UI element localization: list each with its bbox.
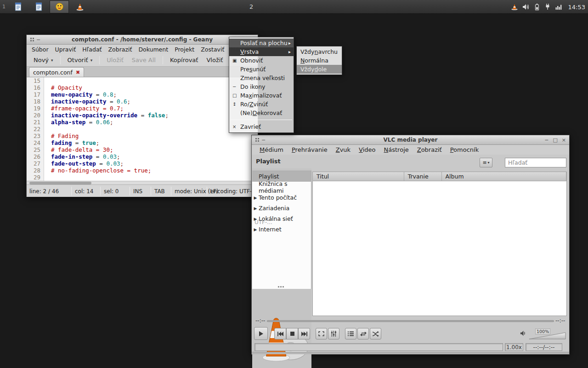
playlist-button[interactable] [345,328,356,339]
chevron-down-icon[interactable]: ▾ [90,58,93,63]
time-display-field[interactable]: --:--/--:-- [526,343,562,351]
toolbar-button-0[interactable]: Nový▾ [30,55,57,65]
equalizer-button[interactable] [328,328,339,339]
shade-button[interactable]: − [261,137,266,143]
layer-submenu-item-2[interactable]: Vždy dole [297,65,342,74]
taskbar-game-icon[interactable] [50,0,69,13]
tab-close-icon[interactable]: ✖ [76,69,80,75]
close-button[interactable]: × [562,137,566,143]
toolbar-button-8[interactable]: Vložiť [203,55,226,65]
view-mode-button[interactable]: ≡▾ [480,158,492,167]
window-menu-item-0[interactable]: Poslať na plochu▸ [229,39,294,47]
vlc-menu-6[interactable]: Pomocník [446,145,483,154]
vlc-menu-0[interactable]: Médium [255,145,288,154]
toolbar-button-7[interactable]: Kopírovať [167,55,201,65]
window-menu-item-7[interactable]: ↕Ro/Zvinúť [229,100,294,109]
sidebar-item-1[interactable]: Knižnica s médiami [252,182,311,192]
vlc-menu-4[interactable]: Nástroje [380,145,413,154]
status-message-field [254,343,503,351]
shade-button[interactable]: − [36,37,40,43]
geany-menu-0[interactable]: Súbor [28,45,52,54]
workspace-indicator-center[interactable]: 2 [249,3,253,10]
window-menu-item-4[interactable]: Zmena veľkosti [229,74,294,82]
submenu-arrow-icon: ▸ [288,49,291,54]
taskbar-document-icon[interactable] [29,0,48,13]
minimize-button[interactable]: − [544,137,548,143]
vlc-menu-5[interactable]: Zobraziť [413,145,446,154]
taskbar-document-icon[interactable] [8,0,28,13]
code-line: 26fade-in-step = 0.03; [27,153,258,160]
layer-submenu-item-1[interactable]: Normálna [297,56,342,65]
mute-button[interactable] [520,330,527,337]
maximize-button[interactable]: □ [553,137,557,143]
code-text [44,174,51,181]
geany-menu-1[interactable]: Upraviť [52,45,79,54]
sidebar-item-label: Knižnica s médiami [259,180,311,194]
statusbar-separator [130,187,130,196]
vlc-menu-2[interactable]: Zvuk [332,145,355,154]
document-icon [35,2,43,11]
vlc-tray-cone-icon[interactable] [511,3,518,11]
loop-button[interactable] [357,328,369,339]
expander-icon[interactable]: ▶ [252,217,259,221]
toolbar-separator [163,56,163,64]
vlc-menu-1[interactable]: Prehrávanie [288,145,332,154]
workspace-indicator-left[interactable]: 1 [2,4,6,10]
chevron-down-icon[interactable]: ▾ [51,58,53,63]
geany-menu-6[interactable]: Zostaviť [198,45,227,54]
expander-icon[interactable]: ▶ [252,227,259,232]
toolbar-button-2[interactable]: Otvoriť▾ [64,55,96,65]
code-line: 25# fade-delta = 30; [27,146,258,153]
vlc-menu-3[interactable]: Video [355,145,379,154]
tab-compton-conf[interactable]: compton.conf ✖ [29,67,84,77]
stop-button[interactable] [286,328,298,339]
sidebar-item-5[interactable]: ▶Internet [252,224,311,235]
vlc-titlebar[interactable]: − VLC media player −□× [252,135,569,145]
window-menu-item-2[interactable]: ▣Obnoviť [229,56,294,65]
editor-hscrollbar[interactable] [27,181,258,184]
sidebar-item-2[interactable]: ▶Tento počítač [252,192,311,203]
geany-titlebar[interactable]: − compton.conf - /home/sterver/.config -… [27,35,258,45]
geany-menu-5[interactable]: Projekt [171,45,198,54]
window-menu-item-5[interactable]: −Do ikony [229,82,294,91]
battery-tray-icon[interactable] [534,3,540,11]
play-button[interactable] [254,327,268,340]
column-header-0[interactable]: Titul [313,172,404,181]
layer-submenu-item-0[interactable]: Vždy navrchu [297,47,342,56]
menu-item-label: Obnoviť [240,57,291,64]
vlc-window: − VLC media player −□× MédiumPrehrávanie… [251,135,570,355]
system-monitor-tray-icon[interactable] [555,3,562,11]
window-menu-icon[interactable] [30,38,32,39]
geany-menu-3[interactable]: Zobraziť [105,45,136,54]
shuffle-button[interactable] [370,328,381,339]
next-button[interactable] [298,328,310,339]
window-menu-icon[interactable] [255,138,257,139]
power-plug-tray-icon[interactable] [544,3,551,11]
seek-slider[interactable] [267,320,554,322]
code-line: 19#frame-opacity = 0.7; [27,105,258,112]
window-menu-item-1[interactable]: Vrstva▸ [229,47,294,56]
toolbar-button-label: Kopírovať [170,57,198,63]
column-header-2[interactable]: Album [442,172,567,181]
geany-menu-4[interactable]: Dokument [135,45,171,54]
search-input[interactable] [505,158,566,167]
sidebar-item-4[interactable]: ▶Lokálna sieť [252,213,311,224]
fullscreen-button[interactable] [316,328,327,339]
volume-tray-icon[interactable] [522,3,530,11]
tab-label: compton.conf [33,69,73,76]
column-header-1[interactable]: Trvanie [404,172,442,181]
sidebar-item-3[interactable]: ▶Zariadenia [252,203,311,213]
expander-icon[interactable]: ▶ [252,196,259,200]
playback-speed-field[interactable]: 1.00x [505,343,523,351]
code-editor[interactable]: 1516# Opacity17menu-opacity = 0.8;18inac… [27,77,258,181]
window-menu-item-6[interactable]: □Maximalizovať [229,91,294,100]
expander-icon[interactable]: ▶ [252,206,259,211]
window-menu-item-3[interactable]: Presunúť [229,65,294,74]
previous-button[interactable] [274,328,286,339]
volume-slider[interactable] [529,332,566,339]
splitter-handle[interactable] [278,286,279,288]
geany-menu-2[interactable]: Hľadať [79,45,105,54]
taskbar-vlc-cone-icon[interactable] [70,0,90,13]
window-menu-item-8[interactable]: (Ne)Dekorovať [229,109,294,117]
window-menu-item-10[interactable]: ×Zavrieť [229,122,294,131]
